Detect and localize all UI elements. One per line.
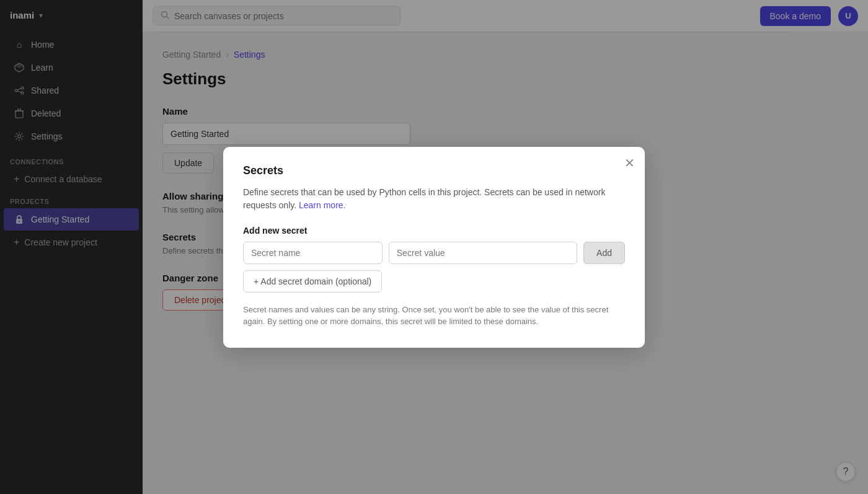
modal-desc: Define secrets that can be used by Pytho… (243, 186, 625, 212)
modal-desc-text: Define secrets that can be used by Pytho… (243, 187, 605, 210)
modal-overlay[interactable]: ✕ Secrets Define secrets that can be use… (0, 0, 868, 494)
secrets-modal: ✕ Secrets Define secrets that can be use… (223, 147, 645, 348)
add-new-secret-label: Add new secret (243, 226, 625, 236)
add-domain-button[interactable]: + Add secret domain (optional) (243, 270, 382, 293)
secret-value-input[interactable] (389, 242, 577, 264)
modal-footer-note: Secret names and values can be any strin… (243, 304, 625, 328)
secret-inputs-row: Add (243, 242, 625, 264)
learn-more-link[interactable]: Learn more. (299, 200, 345, 210)
secret-domain-row: + Add secret domain (optional) (243, 270, 625, 293)
secret-name-input[interactable] (243, 242, 383, 264)
add-secret-button[interactable]: Add (583, 242, 625, 264)
modal-title: Secrets (243, 164, 625, 177)
close-button[interactable]: ✕ (624, 157, 635, 169)
